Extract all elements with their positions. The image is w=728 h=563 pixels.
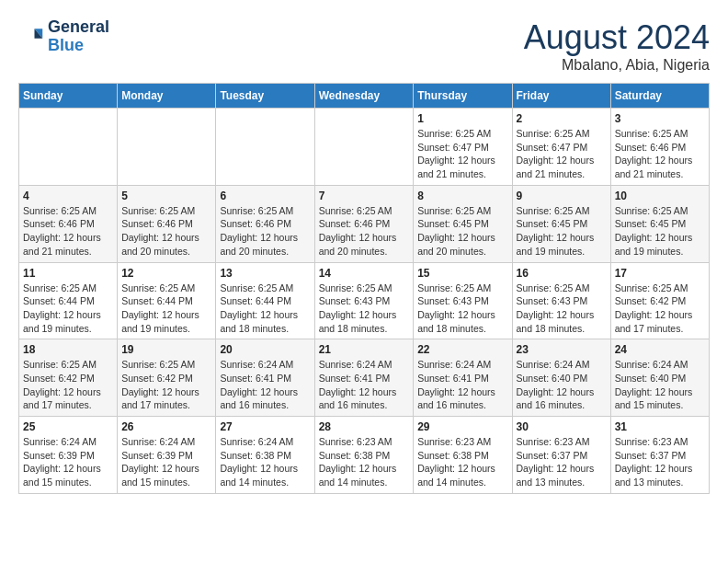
day-info: Sunrise: 6:23 AM Sunset: 6:37 PM Dayligh… bbox=[517, 435, 607, 489]
title-block: August 2024 Mbalano, Abia, Nigeria bbox=[524, 18, 710, 74]
calendar-cell: 15Sunrise: 6:25 AM Sunset: 6:43 PM Dayli… bbox=[414, 262, 512, 339]
day-number: 21 bbox=[319, 343, 410, 356]
day-number: 12 bbox=[121, 267, 211, 280]
day-number: 13 bbox=[220, 267, 310, 280]
day-info: Sunrise: 6:25 AM Sunset: 6:43 PM Dayligh… bbox=[417, 282, 507, 336]
calendar-cell: 1Sunrise: 6:25 AM Sunset: 6:47 PM Daylig… bbox=[414, 109, 512, 186]
logo-icon bbox=[18, 24, 44, 50]
location: Mbalano, Abia, Nigeria bbox=[524, 57, 710, 74]
calendar-header: SundayMondayTuesdayWednesdayThursdayFrid… bbox=[19, 84, 710, 109]
day-info: Sunrise: 6:25 AM Sunset: 6:44 PM Dayligh… bbox=[220, 282, 310, 336]
logo-text-line2: Blue bbox=[48, 37, 109, 55]
day-number: 16 bbox=[517, 267, 607, 280]
calendar-cell: 14Sunrise: 6:25 AM Sunset: 6:43 PM Dayli… bbox=[314, 262, 414, 339]
calendar-table: SundayMondayTuesdayWednesdayThursdayFrid… bbox=[18, 83, 710, 494]
day-info: Sunrise: 6:25 AM Sunset: 6:45 PM Dayligh… bbox=[517, 204, 607, 259]
month-title: August 2024 bbox=[524, 18, 710, 57]
calendar-cell bbox=[118, 109, 216, 186]
day-info: Sunrise: 6:24 AM Sunset: 6:40 PM Dayligh… bbox=[517, 358, 607, 412]
weekday-header: Monday bbox=[118, 84, 216, 109]
day-info: Sunrise: 6:24 AM Sunset: 6:38 PM Dayligh… bbox=[220, 435, 310, 489]
day-info: Sunrise: 6:24 AM Sunset: 6:40 PM Dayligh… bbox=[615, 358, 705, 412]
calendar-cell: 21Sunrise: 6:24 AM Sunset: 6:41 PM Dayli… bbox=[314, 339, 414, 417]
calendar-cell: 12Sunrise: 6:25 AM Sunset: 6:44 PM Dayli… bbox=[118, 262, 216, 339]
day-number: 26 bbox=[121, 420, 211, 433]
day-info: Sunrise: 6:24 AM Sunset: 6:41 PM Dayligh… bbox=[417, 358, 507, 412]
calendar-cell: 5Sunrise: 6:25 AM Sunset: 6:46 PM Daylig… bbox=[118, 185, 216, 262]
calendar-cell: 20Sunrise: 6:24 AM Sunset: 6:41 PM Dayli… bbox=[216, 339, 314, 417]
calendar-cell: 30Sunrise: 6:23 AM Sunset: 6:37 PM Dayli… bbox=[512, 417, 610, 494]
day-info: Sunrise: 6:25 AM Sunset: 6:46 PM Dayligh… bbox=[220, 204, 310, 259]
calendar-cell: 23Sunrise: 6:24 AM Sunset: 6:40 PM Dayli… bbox=[512, 339, 610, 417]
calendar-cell: 26Sunrise: 6:24 AM Sunset: 6:39 PM Dayli… bbox=[118, 417, 216, 494]
day-info: Sunrise: 6:23 AM Sunset: 6:38 PM Dayligh… bbox=[417, 435, 507, 489]
day-number: 7 bbox=[319, 190, 410, 202]
calendar-cell: 11Sunrise: 6:25 AM Sunset: 6:44 PM Dayli… bbox=[19, 262, 118, 339]
calendar-cell: 7Sunrise: 6:25 AM Sunset: 6:46 PM Daylig… bbox=[314, 185, 414, 262]
day-info: Sunrise: 6:25 AM Sunset: 6:44 PM Dayligh… bbox=[121, 282, 211, 336]
day-number: 5 bbox=[121, 190, 211, 202]
day-number: 14 bbox=[319, 267, 410, 280]
logo: General Blue bbox=[18, 18, 109, 55]
calendar-cell: 22Sunrise: 6:24 AM Sunset: 6:41 PM Dayli… bbox=[414, 339, 512, 417]
day-number: 17 bbox=[615, 267, 705, 280]
calendar-cell: 19Sunrise: 6:25 AM Sunset: 6:42 PM Dayli… bbox=[118, 339, 216, 417]
day-number: 31 bbox=[615, 420, 705, 433]
day-info: Sunrise: 6:25 AM Sunset: 6:42 PM Dayligh… bbox=[121, 358, 211, 412]
day-info: Sunrise: 6:25 AM Sunset: 6:42 PM Dayligh… bbox=[615, 282, 705, 336]
calendar-cell: 13Sunrise: 6:25 AM Sunset: 6:44 PM Dayli… bbox=[216, 262, 314, 339]
calendar-cell: 18Sunrise: 6:25 AM Sunset: 6:42 PM Dayli… bbox=[19, 339, 118, 417]
calendar-cell: 29Sunrise: 6:23 AM Sunset: 6:38 PM Dayli… bbox=[414, 417, 512, 494]
calendar-cell: 2Sunrise: 6:25 AM Sunset: 6:47 PM Daylig… bbox=[512, 109, 610, 186]
calendar-cell: 9Sunrise: 6:25 AM Sunset: 6:45 PM Daylig… bbox=[512, 185, 610, 262]
day-info: Sunrise: 6:25 AM Sunset: 6:46 PM Dayligh… bbox=[121, 204, 211, 259]
day-info: Sunrise: 6:24 AM Sunset: 6:41 PM Dayligh… bbox=[220, 358, 310, 412]
calendar-cell bbox=[216, 109, 314, 186]
day-number: 2 bbox=[517, 112, 607, 125]
day-number: 10 bbox=[615, 190, 705, 202]
day-info: Sunrise: 6:25 AM Sunset: 6:44 PM Dayligh… bbox=[23, 282, 113, 336]
page-header: General Blue August 2024 Mbalano, Abia, … bbox=[18, 18, 710, 74]
calendar-cell: 6Sunrise: 6:25 AM Sunset: 6:46 PM Daylig… bbox=[216, 185, 314, 262]
day-number: 28 bbox=[319, 420, 410, 433]
weekday-header: Wednesday bbox=[314, 84, 414, 109]
day-number: 19 bbox=[121, 343, 211, 356]
calendar-cell: 3Sunrise: 6:25 AM Sunset: 6:46 PM Daylig… bbox=[610, 109, 709, 186]
day-info: Sunrise: 6:25 AM Sunset: 6:47 PM Dayligh… bbox=[517, 127, 607, 181]
calendar-cell: 10Sunrise: 6:25 AM Sunset: 6:45 PM Dayli… bbox=[610, 185, 709, 262]
day-number: 3 bbox=[615, 112, 705, 125]
weekday-header: Thursday bbox=[414, 84, 512, 109]
day-number: 6 bbox=[220, 190, 310, 202]
calendar-cell: 16Sunrise: 6:25 AM Sunset: 6:43 PM Dayli… bbox=[512, 262, 610, 339]
day-number: 8 bbox=[417, 190, 507, 202]
day-number: 11 bbox=[23, 267, 113, 280]
calendar-cell: 28Sunrise: 6:23 AM Sunset: 6:38 PM Dayli… bbox=[314, 417, 414, 494]
day-info: Sunrise: 6:24 AM Sunset: 6:39 PM Dayligh… bbox=[23, 435, 113, 489]
calendar-cell: 31Sunrise: 6:23 AM Sunset: 6:37 PM Dayli… bbox=[610, 417, 709, 494]
day-number: 4 bbox=[23, 190, 113, 202]
day-number: 24 bbox=[615, 343, 705, 356]
day-number: 22 bbox=[417, 343, 507, 356]
calendar-cell: 27Sunrise: 6:24 AM Sunset: 6:38 PM Dayli… bbox=[216, 417, 314, 494]
day-info: Sunrise: 6:25 AM Sunset: 6:45 PM Dayligh… bbox=[417, 204, 507, 259]
day-info: Sunrise: 6:25 AM Sunset: 6:46 PM Dayligh… bbox=[23, 204, 113, 259]
calendar-cell: 17Sunrise: 6:25 AM Sunset: 6:42 PM Dayli… bbox=[610, 262, 709, 339]
day-number: 18 bbox=[23, 343, 113, 356]
day-info: Sunrise: 6:25 AM Sunset: 6:46 PM Dayligh… bbox=[615, 127, 705, 181]
day-info: Sunrise: 6:24 AM Sunset: 6:39 PM Dayligh… bbox=[121, 435, 211, 489]
day-number: 27 bbox=[220, 420, 310, 433]
weekday-header: Sunday bbox=[19, 84, 118, 109]
logo-text-line1: General bbox=[48, 18, 109, 37]
weekday-header: Saturday bbox=[610, 84, 709, 109]
day-number: 9 bbox=[517, 190, 607, 202]
weekday-header: Tuesday bbox=[216, 84, 314, 109]
day-info: Sunrise: 6:23 AM Sunset: 6:37 PM Dayligh… bbox=[615, 435, 705, 489]
day-number: 23 bbox=[517, 343, 607, 356]
day-number: 25 bbox=[23, 420, 113, 433]
day-info: Sunrise: 6:25 AM Sunset: 6:43 PM Dayligh… bbox=[517, 282, 607, 336]
calendar-cell: 4Sunrise: 6:25 AM Sunset: 6:46 PM Daylig… bbox=[19, 185, 118, 262]
day-info: Sunrise: 6:25 AM Sunset: 6:45 PM Dayligh… bbox=[615, 204, 705, 259]
calendar-cell: 8Sunrise: 6:25 AM Sunset: 6:45 PM Daylig… bbox=[414, 185, 512, 262]
day-info: Sunrise: 6:25 AM Sunset: 6:47 PM Dayligh… bbox=[417, 127, 507, 181]
calendar-cell bbox=[19, 109, 118, 186]
